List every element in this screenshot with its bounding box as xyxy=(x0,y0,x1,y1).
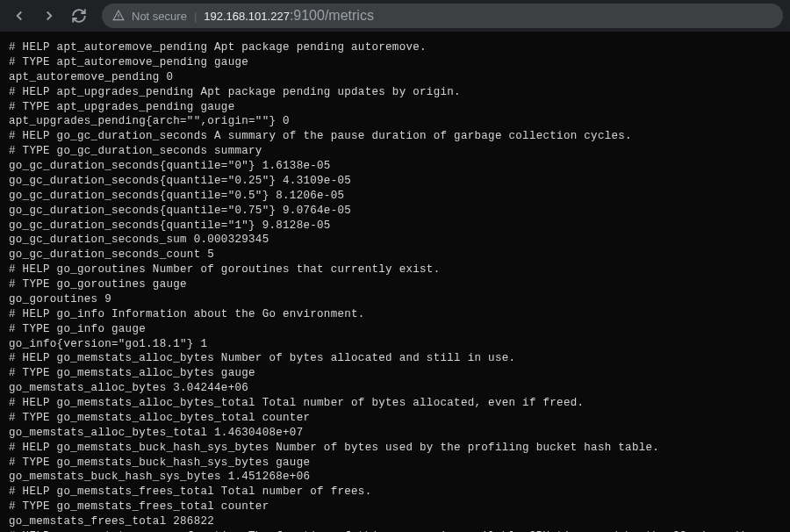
svg-point-1 xyxy=(118,18,118,18)
divider: | xyxy=(194,10,197,23)
url-host: 192.168.101.227 xyxy=(204,10,290,23)
back-button[interactable] xyxy=(7,4,32,28)
arrow-right-icon xyxy=(41,8,57,24)
address-bar[interactable]: Not secure | 192.168.101.227:9100/metric… xyxy=(102,4,783,28)
warning-icon xyxy=(112,10,125,22)
url-path: :9100/metrics xyxy=(290,8,374,23)
forward-button[interactable] xyxy=(37,4,61,28)
arrow-left-icon xyxy=(11,8,27,24)
reload-button[interactable] xyxy=(67,4,91,28)
reload-icon xyxy=(71,8,87,24)
security-status: Not secure xyxy=(132,10,187,23)
url: 192.168.101.227:9100/metrics xyxy=(204,8,374,24)
browser-toolbar: Not secure | 192.168.101.227:9100/metric… xyxy=(0,0,790,32)
metrics-content: # HELP apt_autoremove_pending Apt packag… xyxy=(0,32,790,532)
